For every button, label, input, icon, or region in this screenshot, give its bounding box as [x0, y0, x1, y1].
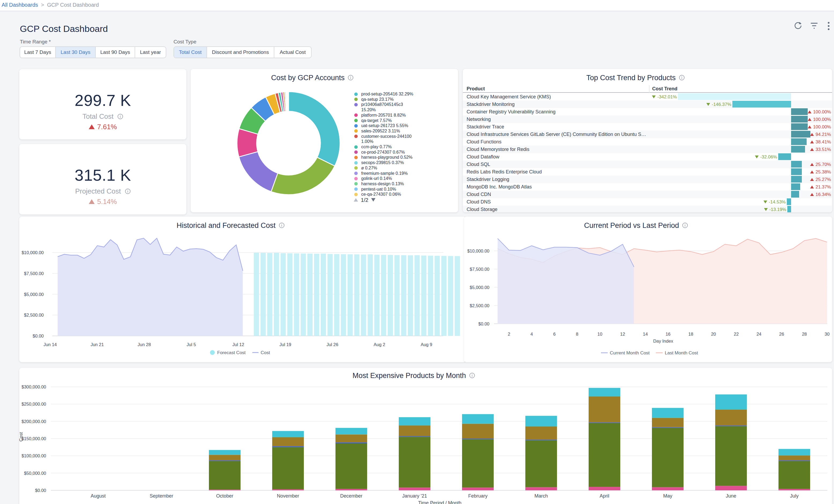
svg-text:12: 12: [620, 332, 625, 336]
svg-text:June: June: [726, 493, 736, 499]
svg-text:24: 24: [756, 332, 761, 336]
svg-text:$2,500.00: $2,500.00: [24, 312, 44, 317]
svg-text:March: March: [534, 493, 548, 499]
svg-text:April: April: [600, 493, 609, 499]
svg-text:2: 2: [508, 332, 510, 336]
svg-text:$0.00: $0.00: [33, 333, 44, 338]
svg-text:$300,000.00: $300,000.00: [21, 385, 46, 389]
svg-text:May: May: [663, 493, 672, 499]
svg-text:30: 30: [825, 332, 830, 336]
svg-text:Jul 26: Jul 26: [326, 342, 338, 347]
svg-text:6: 6: [553, 332, 556, 336]
svg-text:December: December: [340, 493, 362, 499]
svg-text:$2,500.00: $2,500.00: [470, 303, 489, 308]
svg-text:$7,500.00: $7,500.00: [470, 267, 489, 271]
svg-text:November: November: [277, 493, 299, 499]
svg-text:Last Month Cost: Last Month Cost: [665, 350, 698, 355]
svg-text:4: 4: [530, 332, 533, 336]
svg-text:Current Month Cost: Current Month Cost: [610, 350, 650, 355]
svg-text:Jul 12: Jul 12: [233, 342, 244, 347]
svg-text:18: 18: [688, 332, 693, 336]
svg-text:28: 28: [802, 332, 807, 336]
svg-text:$5,000.00: $5,000.00: [470, 285, 489, 290]
svg-text:22: 22: [734, 332, 739, 336]
svg-text:8: 8: [576, 332, 578, 336]
svg-text:Jun 28: Jun 28: [137, 342, 151, 347]
svg-text:26: 26: [779, 332, 784, 336]
svg-text:Aug 2: Aug 2: [374, 342, 385, 347]
svg-text:$150,000.00: $150,000.00: [21, 436, 46, 441]
svg-text:Time Period / Month: Time Period / Month: [418, 500, 461, 504]
svg-text:Forecast Cost: Forecast Cost: [217, 350, 246, 355]
svg-text:$200,000.00: $200,000.00: [21, 419, 46, 424]
svg-text:$50,000.00: $50,000.00: [24, 471, 46, 476]
svg-text:October: October: [216, 493, 233, 499]
svg-text:$0.00: $0.00: [478, 322, 489, 326]
svg-text:$10,000.00: $10,000.00: [21, 250, 44, 255]
svg-text:$250,000.00: $250,000.00: [21, 401, 46, 407]
svg-text:September: September: [150, 493, 173, 499]
svg-text:$100,000.00: $100,000.00: [21, 453, 46, 458]
svg-text:10: 10: [597, 332, 602, 336]
svg-text:February: February: [468, 493, 487, 499]
svg-text:$7,500.00: $7,500.00: [24, 271, 44, 276]
svg-text:$10,000.00: $10,000.00: [467, 248, 489, 253]
svg-text:Jul 5: Jul 5: [186, 342, 196, 347]
svg-text:Day Index: Day Index: [653, 338, 673, 344]
svg-text:Cost: Cost: [19, 432, 24, 441]
svg-text:$0.00: $0.00: [35, 488, 46, 493]
svg-text:July: July: [790, 493, 798, 499]
svg-text:Aug 9: Aug 9: [421, 342, 432, 347]
svg-text:Jun 21: Jun 21: [91, 342, 104, 347]
svg-text:$5,000.00: $5,000.00: [24, 292, 44, 297]
svg-text:Cost: Cost: [261, 350, 270, 355]
svg-text:January '21: January '21: [402, 493, 427, 499]
svg-text:14: 14: [643, 332, 648, 336]
svg-text:August: August: [91, 493, 106, 499]
svg-text:Jul 19: Jul 19: [280, 342, 291, 347]
svg-text:16: 16: [665, 332, 671, 336]
svg-text:Jun 14: Jun 14: [43, 342, 57, 347]
svg-text:20: 20: [711, 332, 716, 336]
